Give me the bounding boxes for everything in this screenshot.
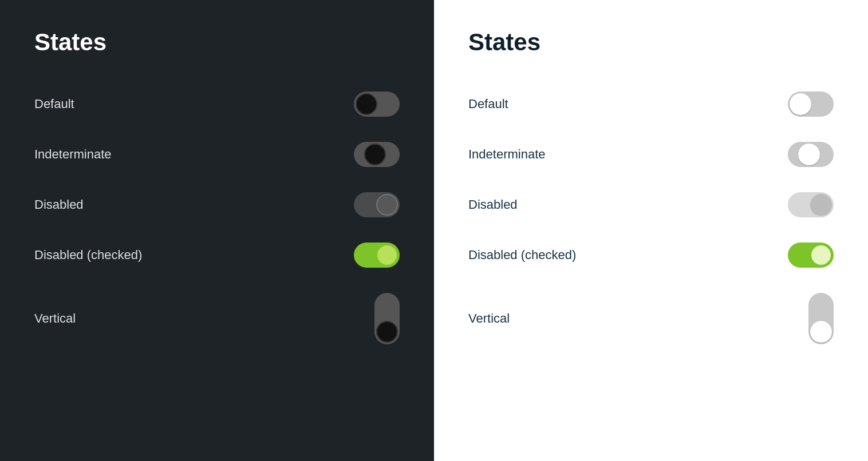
dark-disabled-checked-row: Disabled (checked) xyxy=(34,230,400,280)
light-vertical-track[interactable] xyxy=(808,293,834,344)
dark-panel-title: States xyxy=(34,29,400,56)
light-default-track[interactable] xyxy=(788,92,834,117)
dark-default-knob xyxy=(356,93,377,115)
light-disabled-label: Disabled xyxy=(468,197,518,212)
light-disabled-checked-track xyxy=(788,243,834,268)
light-vertical-toggle[interactable] xyxy=(808,293,834,344)
light-disabled-checked-toggle xyxy=(788,243,834,268)
dark-disabled-checked-toggle xyxy=(354,243,400,268)
light-disabled-checked-knob xyxy=(810,244,832,266)
light-default-toggle[interactable] xyxy=(788,92,834,117)
light-vertical-row: Vertical xyxy=(468,280,834,357)
light-disabled-knob xyxy=(810,194,832,216)
light-vertical-knob xyxy=(810,321,832,343)
dark-disabled-row: Disabled xyxy=(34,180,400,230)
light-panel: States Default Indeterminate Disabled Di… xyxy=(434,0,868,461)
dark-disabled-checked-knob xyxy=(376,244,398,266)
light-vertical-label: Vertical xyxy=(468,311,510,326)
light-indeterminate-knob xyxy=(798,144,820,165)
light-default-label: Default xyxy=(468,97,508,112)
light-disabled-track xyxy=(788,192,834,217)
light-disabled-toggle xyxy=(788,192,834,217)
dark-indeterminate-toggle[interactable] xyxy=(354,142,400,167)
light-indeterminate-track[interactable] xyxy=(788,142,834,167)
dark-disabled-checked-label: Disabled (checked) xyxy=(34,248,142,263)
dark-disabled-toggle xyxy=(354,192,400,217)
dark-indeterminate-label: Indeterminate xyxy=(34,147,112,162)
dark-indeterminate-knob xyxy=(364,144,386,165)
light-indeterminate-label: Indeterminate xyxy=(468,147,546,162)
dark-default-toggle[interactable] xyxy=(354,92,400,117)
dark-panel: States Default Indeterminate Disabled Di… xyxy=(0,0,434,461)
dark-disabled-checked-track xyxy=(354,243,400,268)
dark-vertical-track[interactable] xyxy=(374,293,400,344)
dark-vertical-label: Vertical xyxy=(34,311,76,326)
dark-default-track[interactable] xyxy=(354,92,400,117)
dark-disabled-label: Disabled xyxy=(34,197,84,212)
dark-disabled-track xyxy=(354,192,400,217)
dark-vertical-row: Vertical xyxy=(34,280,400,357)
dark-vertical-knob xyxy=(376,321,398,343)
light-default-row: Default xyxy=(468,79,834,129)
light-indeterminate-row: Indeterminate xyxy=(468,129,834,180)
light-default-knob xyxy=(790,93,811,115)
light-panel-title: States xyxy=(468,29,834,56)
light-indeterminate-toggle[interactable] xyxy=(788,142,834,167)
light-disabled-checked-row: Disabled (checked) xyxy=(468,230,834,280)
dark-disabled-knob xyxy=(376,194,398,216)
light-disabled-row: Disabled xyxy=(468,180,834,230)
light-disabled-checked-label: Disabled (checked) xyxy=(468,248,576,263)
dark-default-label: Default xyxy=(34,97,74,112)
dark-indeterminate-row: Indeterminate xyxy=(34,129,400,180)
dark-indeterminate-track[interactable] xyxy=(354,142,400,167)
dark-default-row: Default xyxy=(34,79,400,129)
dark-vertical-toggle[interactable] xyxy=(374,293,400,344)
